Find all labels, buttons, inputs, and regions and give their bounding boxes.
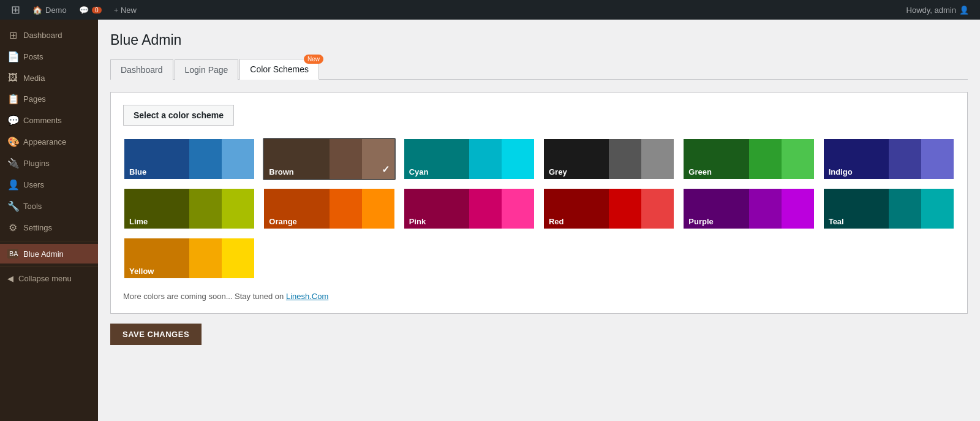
color-swatch-teal[interactable]: Teal bbox=[823, 188, 955, 230]
sidebar-divider-2 bbox=[0, 266, 98, 267]
coming-soon-text: More colors are coming soon... Stay tune… bbox=[123, 292, 955, 301]
color-swatch-cyan[interactable]: Cyan bbox=[403, 138, 535, 180]
sidebar-item-dashboard[interactable]: ⊞ Dashboard bbox=[0, 25, 98, 46]
sidebar-item-users[interactable]: 👤 Users bbox=[0, 174, 98, 195]
sidebar-item-blue-admin[interactable]: BA Blue Admin bbox=[0, 244, 98, 264]
color-swatch-label-indigo: Indigo bbox=[824, 165, 858, 179]
plugins-icon: 🔌 bbox=[7, 157, 18, 169]
sidebar-item-appearance-label: Appearance bbox=[23, 137, 66, 146]
top-bar-left: ⊞ 🏠 Demo 💬 0 + New bbox=[6, 0, 902, 20]
tab-color-schemes[interactable]: Color Schemes New bbox=[239, 59, 319, 80]
wp-logo-icon: ⊞ bbox=[11, 3, 20, 17]
sidebar-divider bbox=[0, 241, 98, 241]
media-icon: 🖼 bbox=[7, 72, 18, 83]
color-swatch-purple[interactable]: Purple bbox=[682, 188, 815, 230]
color-swatch-label-lime: Lime bbox=[124, 214, 153, 229]
tab-dashboard-label: Dashboard bbox=[121, 65, 163, 75]
color-swatch-label-red: Red bbox=[544, 214, 569, 229]
color-swatch-label-cyan: Cyan bbox=[404, 165, 434, 179]
color-swatch-label-yellow: Yellow bbox=[124, 264, 159, 278]
color-swatch-yellow[interactable]: Yellow bbox=[123, 237, 255, 279]
dashboard-icon: ⊞ bbox=[7, 29, 18, 41]
top-bar-right: Howdy, admin 👤 bbox=[902, 0, 974, 20]
tabs-bar: Dashboard Login Page Color Schemes New bbox=[110, 58, 968, 80]
color-swatch-green[interactable]: Green bbox=[682, 138, 815, 180]
comments-sidebar-icon: 💬 bbox=[7, 115, 18, 126]
sidebar-item-comments-label: Comments bbox=[23, 116, 62, 125]
top-bar: ⊞ 🏠 Demo 💬 0 + New Howdy, admin 👤 bbox=[0, 0, 980, 20]
sidebar-item-comments[interactable]: 💬 Comments bbox=[0, 110, 98, 131]
sidebar-item-dashboard-label: Dashboard bbox=[23, 31, 62, 40]
new-content-button[interactable]: + New bbox=[109, 0, 141, 20]
color-swatch-grey[interactable]: Grey bbox=[543, 138, 675, 180]
color-swatch-lime[interactable]: Lime bbox=[123, 188, 255, 230]
main-layout: ⊞ Dashboard 📄 Posts 🖼 Media 📋 Pages 💬 Co… bbox=[0, 20, 980, 421]
color-swatch-label-grey: Grey bbox=[544, 165, 572, 179]
color-swatch-orange[interactable]: Orange bbox=[263, 188, 395, 230]
users-icon: 👤 bbox=[7, 179, 18, 191]
howdy-label: Howdy, admin bbox=[907, 6, 956, 15]
user-menu[interactable]: Howdy, admin 👤 bbox=[902, 0, 974, 20]
page-title: Blue Admin bbox=[110, 32, 968, 48]
sidebar-item-posts[interactable]: 📄 Posts bbox=[0, 46, 98, 67]
blue-admin-icon: BA bbox=[7, 249, 18, 259]
sidebar-item-tools-label: Tools bbox=[23, 202, 42, 211]
content-area: Blue Admin Dashboard Login Page Color Sc… bbox=[98, 20, 980, 421]
demo-label: Demo bbox=[45, 6, 67, 15]
color-swatch-red[interactable]: Red bbox=[543, 188, 675, 230]
sidebar: ⊞ Dashboard 📄 Posts 🖼 Media 📋 Pages 💬 Co… bbox=[0, 20, 98, 421]
sidebar-item-posts-label: Posts bbox=[23, 52, 43, 61]
sidebar-item-settings-label: Settings bbox=[23, 223, 52, 232]
color-swatch-label-brown: Brown bbox=[264, 165, 298, 179]
color-swatch-blue[interactable]: Blue bbox=[123, 138, 255, 180]
tab-dashboard[interactable]: Dashboard bbox=[110, 59, 173, 80]
sidebar-item-pages[interactable]: 📋 Pages bbox=[0, 88, 98, 110]
sidebar-item-tools[interactable]: 🔧 Tools bbox=[0, 195, 98, 217]
color-swatch-indigo[interactable]: Indigo bbox=[823, 138, 955, 180]
selected-checkmark: ✓ bbox=[382, 164, 390, 175]
tab-color-schemes-label: Color Schemes bbox=[250, 64, 309, 74]
sidebar-item-media-label: Media bbox=[23, 74, 45, 83]
pages-icon: 📋 bbox=[7, 93, 18, 105]
sidebar-item-pages-label: Pages bbox=[23, 94, 46, 104]
color-grid: BlueBrown✓CyanGreyGreenIndigoLimeOrangeP… bbox=[123, 138, 955, 279]
color-swatch-brown[interactable]: Brown✓ bbox=[263, 138, 395, 180]
save-btn-area: SAVE CHANGES bbox=[110, 324, 968, 345]
posts-icon: 📄 bbox=[7, 51, 18, 63]
sidebar-item-blue-admin-label: Blue Admin bbox=[23, 249, 64, 259]
panel-heading: Select a color scheme bbox=[123, 105, 234, 126]
comments-count: 0 bbox=[92, 7, 102, 13]
color-schemes-panel: Select a color scheme BlueBrown✓CyanGrey… bbox=[110, 92, 968, 314]
color-swatch-label-teal: Teal bbox=[824, 214, 849, 229]
user-avatar-icon: 👤 bbox=[959, 6, 969, 15]
collapse-menu-button[interactable]: ◀ Collapse menu bbox=[0, 269, 98, 288]
wp-logo-button[interactable]: ⊞ bbox=[6, 0, 25, 20]
tools-icon: 🔧 bbox=[7, 200, 18, 212]
settings-icon: ⚙ bbox=[7, 222, 18, 233]
comments-link[interactable]: 💬 0 bbox=[74, 0, 107, 20]
collapse-icon: ◀ bbox=[7, 274, 13, 283]
sidebar-item-plugins[interactable]: 🔌 Plugins bbox=[0, 153, 98, 174]
collapse-menu-label: Collapse menu bbox=[18, 274, 72, 283]
sidebar-item-users-label: Users bbox=[23, 180, 44, 189]
color-swatch-label-green: Green bbox=[684, 165, 717, 179]
sidebar-item-appearance[interactable]: 🎨 Appearance bbox=[0, 131, 98, 153]
home-icon: 🏠 bbox=[32, 6, 42, 15]
coming-soon-link[interactable]: Linesh.Com bbox=[286, 292, 328, 301]
comments-icon: 💬 bbox=[79, 6, 89, 15]
color-swatch-pink[interactable]: Pink bbox=[403, 188, 535, 230]
color-swatch-label-purple: Purple bbox=[684, 214, 718, 229]
tab-login-page-label: Login Page bbox=[185, 65, 228, 75]
sidebar-item-media[interactable]: 🖼 Media bbox=[0, 67, 98, 88]
sidebar-item-plugins-label: Plugins bbox=[23, 159, 50, 168]
new-label: + New bbox=[114, 6, 137, 15]
tab-login-page[interactable]: Login Page bbox=[175, 59, 239, 80]
color-swatch-label-blue: Blue bbox=[124, 165, 151, 179]
sidebar-item-settings[interactable]: ⚙ Settings bbox=[0, 217, 98, 238]
demo-site-link[interactable]: 🏠 Demo bbox=[28, 0, 72, 20]
color-swatch-label-pink: Pink bbox=[404, 214, 431, 229]
coming-soon-prefix: More colors are coming soon... Stay tune… bbox=[123, 292, 286, 301]
appearance-icon: 🎨 bbox=[7, 136, 18, 148]
save-changes-button[interactable]: SAVE CHANGES bbox=[110, 324, 202, 345]
tab-new-badge: New bbox=[304, 55, 323, 64]
